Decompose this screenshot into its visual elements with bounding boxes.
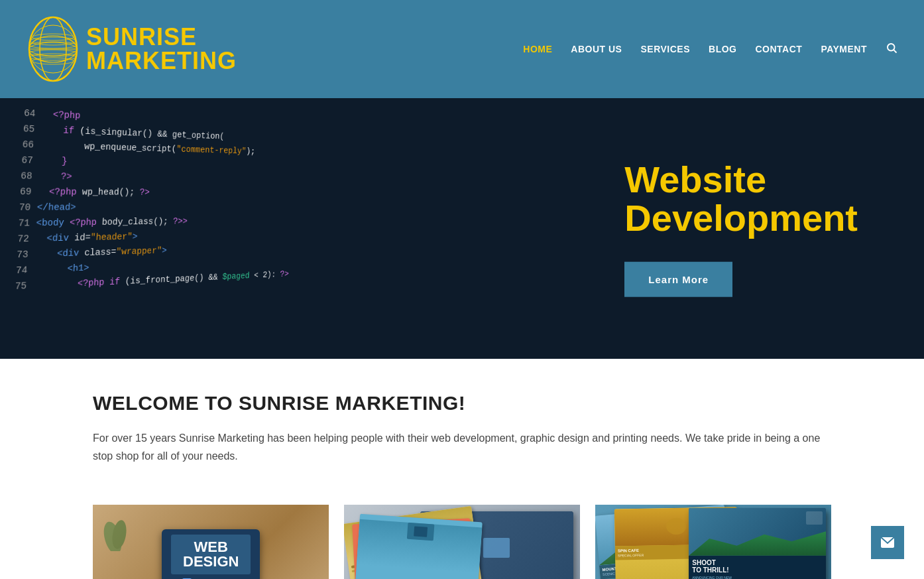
hero-section: 64 <?php 65 if (is_singular() && get_opt…	[0, 98, 924, 359]
welcome-section: WELCOME TO SUNRISE MARKETING! For over 1…	[0, 359, 924, 485]
main-nav: HOME ABOUT US SERVICES BLOG CONTACT PAYM…	[523, 42, 897, 57]
nav-services[interactable]: SERVICES	[640, 44, 690, 54]
graphic-design-card-image	[344, 505, 580, 579]
svg-point-7	[30, 37, 76, 45]
svg-point-10	[30, 54, 76, 60]
code-display: 64 <?php 65 if (is_singular() && get_opt…	[0, 105, 296, 296]
logo-icon	[27, 13, 80, 86]
graphic-design-card[interactable]	[344, 505, 580, 579]
welcome-body: For over 15 years Sunrise Marketing has …	[93, 429, 822, 465]
logo-sunrise-text: SUNRISE	[86, 25, 237, 49]
logo-text: SUNRISE MARKETING	[86, 25, 237, 73]
mail-icon	[880, 535, 895, 550]
svg-line-13	[894, 50, 896, 52]
nav-contact[interactable]: CONTACT	[755, 44, 802, 54]
nav-home[interactable]: HOME	[523, 44, 552, 54]
logo-marketing-text: MARKETING	[86, 49, 237, 73]
hero-title: Website Development	[624, 160, 858, 238]
svg-point-11	[32, 58, 74, 64]
web-design-card-image: WEB DESIGN RESPONSIVE	[93, 505, 329, 579]
learn-more-button[interactable]: Learn More	[624, 262, 732, 297]
print-card[interactable]: MOUNTAIN VALLEY SCENIC RESORT SPIN CAFE …	[595, 505, 831, 579]
web-design-card[interactable]: WEB DESIGN RESPONSIVE	[93, 505, 329, 579]
cards-section: WEB DESIGN RESPONSIVE	[0, 485, 924, 579]
nav-blog[interactable]: BLOG	[709, 44, 736, 54]
hero-content: Website Development Learn More	[624, 160, 858, 297]
mail-fab-button[interactable]	[871, 526, 904, 559]
nav-about[interactable]: ABOUT US	[571, 44, 622, 54]
nav-payment[interactable]: PAYMENT	[821, 44, 867, 54]
print-card-image: MOUNTAIN VALLEY SCENIC RESORT SPIN CAFE …	[595, 505, 831, 579]
svg-point-12	[888, 44, 895, 51]
welcome-title: WELCOME TO SUNRISE MARKETING!	[93, 392, 831, 415]
logo-area[interactable]: SUNRISE MARKETING	[27, 13, 237, 86]
site-header: SUNRISE MARKETING HOME ABOUT US SERVICES…	[0, 0, 924, 98]
search-button[interactable]	[886, 42, 897, 57]
